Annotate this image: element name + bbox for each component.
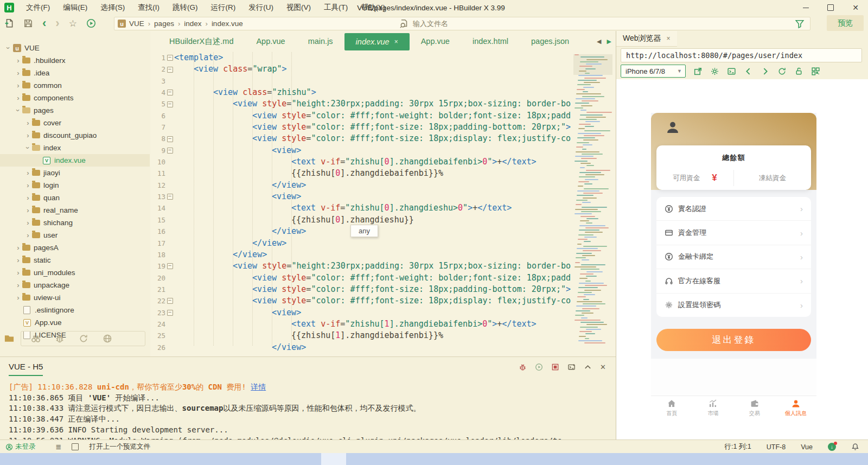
code-line-6[interactable]: 6<view style="color: #fff;font-weight: b… [150, 110, 616, 122]
chevron-right-icon[interactable]: › [24, 181, 32, 189]
tabs-scroll-left-icon[interactable]: ◀ [597, 38, 601, 45]
fold-marker-icon[interactable]: – [165, 260, 174, 272]
profile-menu-item-2[interactable]: 金融卡綁定› [656, 245, 811, 269]
open-external-icon[interactable] [693, 67, 703, 76]
chevron-right-icon[interactable]: › [24, 194, 32, 202]
maximize-button[interactable] [818, 0, 843, 15]
update-icon[interactable]: ↓ [828, 443, 836, 451]
browser-tab[interactable]: Web浏览器 × [616, 31, 677, 47]
chevron-right-icon[interactable]: › [14, 269, 22, 277]
chevron-right-icon[interactable]: › [14, 94, 22, 102]
code-line-4[interactable]: 4–<view class="zhishu"> [150, 87, 616, 98]
code-line-5[interactable]: 5–<view style="height:230rpx;padding: 30… [150, 98, 616, 110]
forward-icon[interactable]: › [55, 18, 59, 28]
breadcrumb-item-0[interactable]: VUE [129, 20, 144, 28]
encoding-indicator[interactable]: UTF-8 [767, 443, 786, 451]
chevron-right-icon[interactable]: › [24, 169, 32, 177]
chevron-right-icon[interactable]: › [14, 81, 22, 90]
fold-marker-icon[interactable]: – [165, 98, 174, 110]
binoculars-icon[interactable] [31, 334, 41, 343]
sidebar-item--hbuilderx[interactable]: ›.hbuilderx [0, 54, 150, 67]
restart-icon[interactable] [535, 363, 543, 371]
code-line-12[interactable]: 12</view> [150, 180, 616, 191]
network-globe-icon[interactable] [103, 334, 112, 343]
sidebar-item-quan[interactable]: ›quan [0, 192, 150, 204]
breadcrumb-item-3[interactable]: index.vue [212, 20, 243, 28]
sidebar-item-login[interactable]: ›login [0, 179, 150, 192]
breadcrumb-item-2[interactable]: index [184, 20, 201, 28]
profile-menu-item-0[interactable]: 實名認證› [656, 197, 811, 221]
unlock-icon[interactable] [794, 67, 803, 76]
sidebar-item-uni-modules[interactable]: ›uni_modules [0, 266, 150, 279]
sidebar-item-user[interactable]: ›user [0, 229, 150, 241]
code-line-8[interactable]: 8–<view style="color: #fff;font-size: 18… [150, 133, 616, 144]
chevron-right-icon[interactable]: › [14, 56, 22, 65]
menu-item-4[interactable]: 跳转(G) [166, 0, 205, 15]
menu-item-2[interactable]: 选择(S) [94, 0, 131, 15]
code-line-13[interactable]: 13–<view> [150, 191, 616, 202]
code-line-3[interactable]: 3 [150, 75, 616, 87]
code-line-16[interactable]: 16</view> [150, 226, 616, 237]
filter-icon[interactable] [795, 19, 805, 29]
console-tab[interactable]: VUE - H5 [9, 362, 43, 376]
collapse-up-icon[interactable] [584, 363, 592, 371]
qrcode-icon[interactable] [811, 67, 820, 76]
breadcrumb-item-1[interactable]: pages [154, 20, 174, 28]
browser-tab-close-icon[interactable]: × [667, 35, 671, 42]
fold-marker-icon[interactable]: – [165, 295, 174, 307]
phone-tab-2[interactable]: 交易 [734, 396, 775, 420]
console-add-icon[interactable] [567, 363, 576, 371]
sidebar-item-cover[interactable]: ›cover [0, 117, 150, 129]
menu-item-1[interactable]: 编辑(E) [56, 0, 94, 15]
chevron-right-icon[interactable]: › [14, 256, 22, 264]
fold-marker-icon[interactable]: – [165, 52, 174, 63]
editor-tab-app-vue[interactable]: App.vue [410, 31, 461, 52]
list-icon[interactable]: ≣ [56, 443, 62, 451]
tabs-scroll-right-icon[interactable]: ▶ [607, 38, 611, 45]
explorer-folder-icon[interactable] [4, 334, 14, 343]
sidebar-item-discount-gupiao[interactable]: ›discount_gupiao [0, 129, 150, 142]
chevron-right-icon[interactable]: › [24, 131, 32, 139]
menu-item-6[interactable]: 发行(U) [242, 0, 280, 15]
sidebar-item-pages[interactable]: ›pages [0, 104, 150, 117]
notification-bell-icon[interactable] [851, 443, 859, 451]
code-area[interactable]: 1–<template>2–<view class="wrap">34–<vie… [150, 52, 616, 356]
editor-tab-pages-json[interactable]: pages.json [520, 31, 580, 52]
headset-icon[interactable] [665, 277, 673, 285]
taskbar-item[interactable] [321, 453, 346, 465]
code-line-22[interactable]: 22–<view style="color: #fff;font-size: 1… [150, 295, 616, 307]
chevron-right-icon[interactable]: › [24, 119, 32, 127]
chevron-down-icon[interactable]: › [14, 106, 22, 114]
code-line-25[interactable]: 25{{zhishu[1].zhangdiebaifenbi}}% [150, 330, 616, 341]
avatar-person-icon[interactable] [665, 120, 680, 135]
fold-marker-icon[interactable]: – [165, 307, 174, 319]
editor-tab-main-js[interactable]: main.js [297, 31, 344, 52]
code-line-23[interactable]: 23–<view> [150, 307, 616, 319]
yen-circle-icon[interactable] [665, 205, 673, 213]
logout-button[interactable]: 退出登錄 [656, 329, 811, 351]
file-search[interactable]: 输入文件名 [399, 17, 448, 30]
profile-menu-item-4[interactable]: 設置提領密碼› [656, 294, 811, 317]
new-file-icon[interactable] [4, 18, 14, 28]
sidebar-item-uview-ui[interactable]: ›uview-ui [0, 291, 150, 304]
open-previous-preview[interactable]: 打开上一个预览文件 [89, 442, 150, 451]
menu-item-5[interactable]: 运行(R) [205, 0, 242, 15]
details-link[interactable]: 详情 [251, 383, 266, 391]
code-line-15[interactable]: 15{{zhishu[0].zhangdieshu}} [150, 214, 616, 226]
nav-forward-icon[interactable] [761, 67, 770, 76]
code-line-21[interactable]: 21<view style="color: #fff;font-size: 18… [150, 284, 616, 295]
code-line-2[interactable]: 2–<view class="wrap"> [150, 63, 616, 75]
chevron-down-icon[interactable]: › [24, 144, 32, 152]
sidebar-item--eslintignore[interactable]: .eslintignore [0, 304, 150, 316]
code-line-14[interactable]: 14<text v-if="zhishu[0].zhangdieshu>0">+… [150, 202, 616, 214]
profile-menu-item-1[interactable]: 資金管理› [656, 221, 811, 245]
sidebar-item-index-vue[interactable]: Vindex.vue [0, 154, 150, 167]
code-line-24[interactable]: 24<text v-if="zhishu[1].zhangdiebaifenbi… [150, 319, 616, 330]
fold-marker-icon[interactable]: – [165, 191, 174, 202]
phone-tab-0[interactable]: 首頁 [651, 396, 692, 420]
settings-gear-icon[interactable] [710, 67, 719, 76]
fold-marker-icon[interactable]: – [165, 87, 174, 98]
code-line-20[interactable]: 20<view style="color: #fff;font-weight: … [150, 272, 616, 284]
run-icon[interactable] [86, 18, 96, 28]
sidebar-item-unpackage[interactable]: ›unpackage [0, 279, 150, 291]
